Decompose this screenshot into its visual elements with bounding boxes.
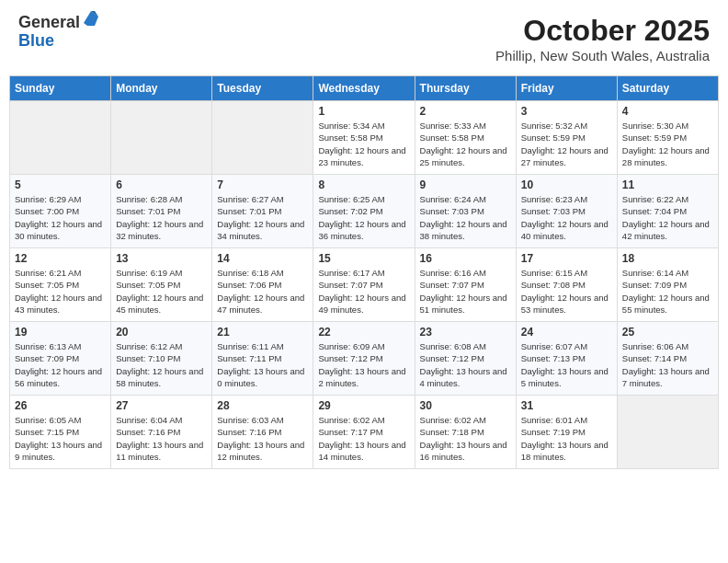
calendar-cell: 22Sunrise: 6:09 AMSunset: 7:12 PMDayligh… [313,322,415,396]
day-number: 6 [116,178,207,191]
day-number: 12 [15,252,106,265]
calendar-cell: 28Sunrise: 6:03 AMSunset: 7:16 PMDayligh… [212,396,313,469]
day-number: 31 [521,399,612,412]
calendar-cell: 12Sunrise: 6:21 AMSunset: 7:05 PMDayligh… [10,248,111,322]
day-info: Sunrise: 6:06 AMSunset: 7:14 PMDaylight:… [622,340,713,389]
day-info: Sunrise: 6:14 AMSunset: 7:09 PMDaylight:… [622,267,713,316]
calendar-week-row: 19Sunrise: 6:13 AMSunset: 7:09 PMDayligh… [10,322,719,396]
day-number: 9 [420,178,511,191]
day-number: 29 [318,399,409,412]
day-info: Sunrise: 6:13 AMSunset: 7:09 PMDaylight:… [15,340,106,389]
calendar-week-row: 1Sunrise: 5:34 AMSunset: 5:58 PMDaylight… [10,101,719,175]
calendar-cell: 16Sunrise: 6:16 AMSunset: 7:07 PMDayligh… [415,248,516,322]
day-number: 17 [521,252,612,265]
calendar-cell: 29Sunrise: 6:02 AMSunset: 7:17 PMDayligh… [313,396,415,469]
day-info: Sunrise: 6:12 AMSunset: 7:10 PMDaylight:… [116,340,207,389]
day-number: 4 [622,105,713,118]
page-header: General Blue October 2025 Phillip, New S… [9,9,719,68]
day-number: 16 [420,252,511,265]
calendar-cell: 4Sunrise: 5:30 AMSunset: 5:59 PMDaylight… [617,101,718,175]
day-info: Sunrise: 6:29 AMSunset: 7:00 PMDaylight:… [15,193,106,242]
calendar-cell: 27Sunrise: 6:04 AMSunset: 7:16 PMDayligh… [111,396,212,469]
day-number: 25 [622,326,713,339]
day-number: 30 [420,399,511,412]
day-info: Sunrise: 5:34 AMSunset: 5:58 PMDaylight:… [318,120,409,168]
calendar-cell: 17Sunrise: 6:15 AMSunset: 7:08 PMDayligh… [516,248,617,322]
logo-general-text: General [18,13,80,31]
calendar-header-saturday: Saturday [617,76,718,101]
day-number: 13 [116,252,207,265]
calendar-cell: 1Sunrise: 5:34 AMSunset: 5:58 PMDaylight… [313,101,415,175]
calendar-table: SundayMondayTuesdayWednesdayThursdayFrid… [9,75,719,469]
calendar-header-monday: Monday [111,76,212,101]
calendar-cell: 11Sunrise: 6:22 AMSunset: 7:04 PMDayligh… [617,175,718,248]
day-info: Sunrise: 6:05 AMSunset: 7:15 PMDaylight:… [15,414,106,463]
day-info: Sunrise: 6:28 AMSunset: 7:01 PMDaylight:… [116,193,207,242]
logo-blue-text: Blue [18,31,54,50]
day-number: 2 [420,105,511,118]
calendar-cell: 23Sunrise: 6:08 AMSunset: 7:12 PMDayligh… [415,322,516,396]
calendar-cell [10,101,111,175]
calendar-cell: 15Sunrise: 6:17 AMSunset: 7:07 PMDayligh… [313,248,415,322]
day-info: Sunrise: 6:09 AMSunset: 7:12 PMDaylight:… [318,340,409,389]
calendar-cell: 24Sunrise: 6:07 AMSunset: 7:13 PMDayligh… [516,322,617,396]
calendar-cell: 2Sunrise: 5:33 AMSunset: 5:58 PMDaylight… [415,101,516,175]
calendar-cell: 7Sunrise: 6:27 AMSunset: 7:01 PMDaylight… [212,175,313,248]
calendar-cell [212,101,313,175]
day-number: 15 [318,252,409,265]
calendar-cell: 9Sunrise: 6:24 AMSunset: 7:03 PMDaylight… [415,175,516,248]
calendar-week-row: 5Sunrise: 6:29 AMSunset: 7:00 PMDaylight… [10,175,719,248]
logo: General Blue [18,14,100,51]
calendar-cell: 30Sunrise: 6:02 AMSunset: 7:18 PMDayligh… [415,396,516,469]
calendar-header-sunday: Sunday [10,76,111,101]
day-info: Sunrise: 6:16 AMSunset: 7:07 PMDaylight:… [420,267,511,316]
day-info: Sunrise: 6:04 AMSunset: 7:16 PMDaylight:… [116,414,207,463]
day-number: 23 [420,326,511,339]
day-number: 14 [217,252,308,265]
calendar-cell: 3Sunrise: 5:32 AMSunset: 5:59 PMDaylight… [516,101,617,175]
calendar-cell: 8Sunrise: 6:25 AMSunset: 7:02 PMDaylight… [313,175,415,248]
day-number: 3 [521,105,612,118]
calendar-header-friday: Friday [516,76,617,101]
day-info: Sunrise: 6:15 AMSunset: 7:08 PMDaylight:… [521,267,612,316]
day-info: Sunrise: 6:19 AMSunset: 7:05 PMDaylight:… [116,267,207,316]
calendar-cell: 14Sunrise: 6:18 AMSunset: 7:06 PMDayligh… [212,248,313,322]
day-number: 26 [15,399,106,412]
calendar-cell: 26Sunrise: 6:05 AMSunset: 7:15 PMDayligh… [10,396,111,469]
day-info: Sunrise: 6:21 AMSunset: 7:05 PMDaylight:… [15,267,106,316]
day-number: 10 [521,178,612,191]
calendar-header-thursday: Thursday [415,76,516,101]
calendar-cell: 20Sunrise: 6:12 AMSunset: 7:10 PMDayligh… [111,322,212,396]
day-info: Sunrise: 6:03 AMSunset: 7:16 PMDaylight:… [217,414,308,463]
calendar-header-wednesday: Wednesday [313,76,415,101]
logo-icon [82,9,100,28]
day-number: 21 [217,326,308,339]
day-number: 7 [217,178,308,191]
day-info: Sunrise: 6:11 AMSunset: 7:11 PMDaylight:… [217,340,308,389]
calendar-header-row: SundayMondayTuesdayWednesdayThursdayFrid… [10,76,719,101]
calendar-cell: 18Sunrise: 6:14 AMSunset: 7:09 PMDayligh… [617,248,718,322]
calendar-cell [111,101,212,175]
day-info: Sunrise: 6:02 AMSunset: 7:18 PMDaylight:… [420,414,511,463]
calendar-cell: 13Sunrise: 6:19 AMSunset: 7:05 PMDayligh… [111,248,212,322]
day-info: Sunrise: 6:02 AMSunset: 7:17 PMDaylight:… [318,414,409,463]
day-number: 5 [15,178,106,191]
calendar-cell: 21Sunrise: 6:11 AMSunset: 7:11 PMDayligh… [212,322,313,396]
day-info: Sunrise: 6:08 AMSunset: 7:12 PMDaylight:… [420,340,511,389]
day-info: Sunrise: 5:32 AMSunset: 5:59 PMDaylight:… [521,120,612,168]
location: Phillip, New South Wales, Australia [495,48,710,63]
day-info: Sunrise: 6:27 AMSunset: 7:01 PMDaylight:… [217,193,308,242]
day-number: 1 [318,105,409,118]
day-info: Sunrise: 6:24 AMSunset: 7:03 PMDaylight:… [420,193,511,242]
day-info: Sunrise: 5:30 AMSunset: 5:59 PMDaylight:… [622,120,713,168]
day-info: Sunrise: 6:01 AMSunset: 7:19 PMDaylight:… [521,414,612,463]
day-number: 20 [116,326,207,339]
day-info: Sunrise: 5:33 AMSunset: 5:58 PMDaylight:… [420,120,511,168]
day-number: 18 [622,252,713,265]
month-title: October 2025 [495,14,710,48]
day-number: 28 [217,399,308,412]
calendar-week-row: 12Sunrise: 6:21 AMSunset: 7:05 PMDayligh… [10,248,719,322]
day-number: 22 [318,326,409,339]
day-info: Sunrise: 6:25 AMSunset: 7:02 PMDaylight:… [318,193,409,242]
calendar-cell: 25Sunrise: 6:06 AMSunset: 7:14 PMDayligh… [617,322,718,396]
